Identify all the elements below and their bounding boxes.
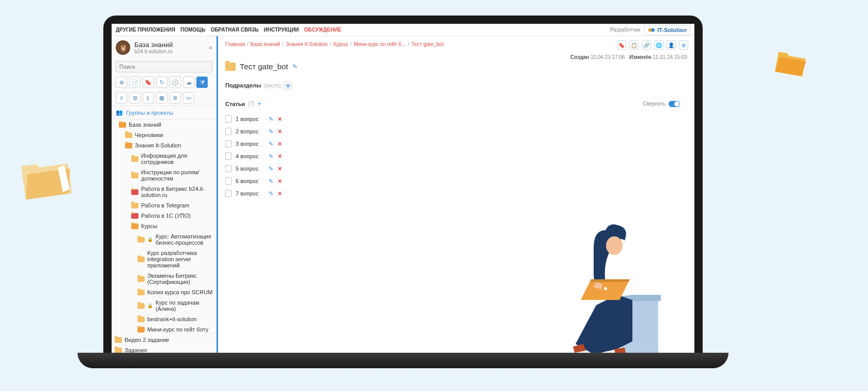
brand-badge[interactable]: IT-Solution bbox=[644, 25, 690, 35]
doc-view-icon[interactable]: 🗎 bbox=[169, 92, 181, 103]
tree-item[interactable]: Видео 2 задание bbox=[112, 335, 216, 345]
tree-item[interactable]: Курсы bbox=[112, 221, 216, 231]
delete-article-icon[interactable]: ✕ bbox=[277, 128, 282, 135]
folder-icon bbox=[131, 173, 138, 178]
folder-icon bbox=[225, 63, 236, 71]
edit-title-icon[interactable]: ✎ bbox=[292, 63, 298, 70]
topnav-item[interactable]: ОБСУЖДЕНИЕ bbox=[304, 27, 342, 33]
lock-icon: 🔒 bbox=[147, 303, 153, 308]
list-icon[interactable]: ≡ bbox=[116, 92, 127, 103]
filter-icon[interactable]: ⧩ bbox=[196, 77, 208, 88]
tree-item[interactable]: Работа в 1С (УПО) bbox=[112, 210, 216, 221]
article-name[interactable]: 7 вопрос bbox=[236, 190, 265, 197]
topnav-item[interactable]: ИНСТРУКЦИИ bbox=[264, 27, 299, 33]
link-action-icon[interactable]: 🔗 bbox=[642, 40, 651, 50]
tree-item-label: Информация для сотрудников bbox=[141, 153, 213, 165]
decorative-folder bbox=[18, 157, 74, 202]
user-action-icon[interactable]: 👤 bbox=[667, 40, 676, 50]
illustration-woman-laptop bbox=[545, 212, 679, 357]
edit-article-icon[interactable]: ✎ bbox=[269, 141, 273, 147]
tree-item[interactable]: Работа в Битрикс b24.it-solution.ru bbox=[112, 184, 216, 200]
delete-article-icon[interactable]: ✕ bbox=[277, 166, 282, 172]
article-name[interactable]: 1 вопрос bbox=[236, 116, 265, 122]
breadcrumb-item[interactable]: Тест gate_bot bbox=[411, 41, 443, 47]
folder-icon bbox=[137, 317, 145, 322]
breadcrumb-item[interactable]: Главная bbox=[225, 41, 245, 47]
topnav-item[interactable]: ОБРАТНАЯ СВЯЗЬ bbox=[211, 27, 259, 33]
delete-article-icon[interactable]: ✕ bbox=[277, 116, 282, 123]
collapse-sidebar-icon[interactable]: « bbox=[209, 44, 212, 51]
tree-item[interactable]: Информация для сотрудников bbox=[112, 151, 216, 167]
svg-point-1 bbox=[651, 28, 655, 32]
article-row: 6 вопрос✎✕ bbox=[225, 175, 687, 187]
copy-action-icon[interactable]: 📋 bbox=[629, 40, 639, 50]
tree-item-label: Курс по задачам (Алина) bbox=[156, 299, 213, 312]
meta-info: Создан 10.04.23 17:06 Изменён 11.01.24 1… bbox=[225, 54, 687, 60]
developer-link[interactable]: Разработчик bbox=[610, 27, 640, 33]
tree-item-label: Курсы bbox=[141, 223, 157, 229]
delete-article-icon[interactable]: ✕ bbox=[277, 178, 282, 185]
tree-item-label: Работа в 1С (УПО) bbox=[141, 213, 191, 219]
share-action-icon[interactable]: ⊕ bbox=[679, 40, 688, 50]
edit-article-icon[interactable]: ✎ bbox=[269, 190, 273, 197]
folder-icon bbox=[131, 203, 138, 208]
folder-tree: База знанийЧерновикиЗнания It-SolutionИн… bbox=[112, 119, 216, 357]
article-name[interactable]: 5 вопрос bbox=[236, 166, 265, 172]
tree-item-label: Курс: Автоматизация бизнес-процессов bbox=[156, 233, 213, 246]
article-name[interactable]: 6 вопрос bbox=[236, 178, 265, 184]
new-doc-icon[interactable]: 📄 bbox=[129, 77, 141, 88]
tree-item[interactable]: Мини-курс по гейт боту bbox=[112, 324, 216, 335]
brand-logo-icon bbox=[648, 26, 655, 34]
groups-projects-button[interactable]: 👥 Группы и проекты bbox=[112, 106, 216, 119]
decorative-folder bbox=[773, 49, 808, 79]
add-subsection-button[interactable]: ⊕ bbox=[284, 81, 292, 89]
table-icon[interactable]: ▦ bbox=[156, 92, 167, 103]
bookmark-icon[interactable]: 🔖 bbox=[143, 77, 154, 88]
tree-item[interactable]: Знания It-Solution bbox=[112, 140, 216, 151]
chart-icon[interactable]: ⫿ bbox=[143, 92, 154, 103]
tree-item[interactable]: Работа в Telegram bbox=[112, 200, 216, 210]
edit-article-icon[interactable]: ✎ bbox=[269, 153, 273, 160]
article-name[interactable]: 2 вопрос bbox=[236, 128, 265, 134]
add-article-button[interactable]: + bbox=[258, 100, 262, 108]
topnav-item[interactable]: ДРУГИЕ ПРИЛОЖЕНИЯ bbox=[116, 27, 175, 33]
edit-article-icon[interactable]: ✎ bbox=[269, 166, 273, 172]
collapse-toggle[interactable] bbox=[669, 101, 680, 107]
cloud-icon[interactable]: ☁ bbox=[183, 77, 194, 88]
tree-item[interactable]: 🔒Курс: Автоматизация бизнес-процессов bbox=[112, 231, 216, 248]
history-icon[interactable]: ↻ bbox=[156, 77, 167, 88]
edit-article-icon[interactable]: ✎ bbox=[269, 128, 273, 135]
tree-item[interactable]: 🔒Курс по задачам (Алина) bbox=[112, 297, 216, 314]
breadcrumb-item[interactable]: Знания It-Solution bbox=[286, 41, 328, 47]
breadcrumb-item[interactable]: База знаний bbox=[251, 41, 280, 47]
folder-icon bbox=[125, 132, 132, 138]
document-icon bbox=[225, 190, 231, 197]
article-name[interactable]: 4 вопрос bbox=[236, 153, 265, 159]
tree-item[interactable]: bestrank+it-solution bbox=[112, 314, 216, 324]
tree-item[interactable]: Экзамены Битрикс (Сертификация) bbox=[112, 270, 216, 287]
tree-item-label: Мини-курс по гейт боту bbox=[147, 326, 208, 333]
globe-action-icon[interactable]: 🌐 bbox=[654, 40, 663, 50]
tree-item[interactable]: Инструкции по ролям/должностям bbox=[112, 167, 216, 184]
edit-article-icon[interactable]: ✎ bbox=[269, 178, 273, 185]
tree-item[interactable]: База знаний bbox=[112, 119, 216, 130]
search-input[interactable] bbox=[116, 61, 212, 72]
tree-item[interactable]: Курс разработчика integration server при… bbox=[112, 248, 216, 270]
delete-article-icon[interactable]: ✕ bbox=[277, 190, 282, 197]
delete-article-icon[interactable]: ✕ bbox=[277, 141, 282, 147]
bookmark-action-icon[interactable]: 🔖 bbox=[617, 40, 626, 50]
topnav-item[interactable]: ПОМОЩЬ bbox=[180, 27, 205, 33]
breadcrumb-item[interactable]: Мини-курс по гейт б... bbox=[353, 41, 406, 47]
main-content: Главная/База знаний/Знания It-Solution/К… bbox=[218, 36, 694, 357]
sidebar-subtitle: b24.it-solution.ru bbox=[134, 49, 173, 54]
tree-item[interactable]: Копия курса про SCRUM bbox=[112, 287, 216, 297]
new-folder-icon[interactable]: ⊕ bbox=[116, 77, 127, 88]
card-icon[interactable]: ▭ bbox=[183, 92, 194, 103]
delete-article-icon[interactable]: ✕ bbox=[277, 153, 282, 160]
grid-icon[interactable]: ⊞ bbox=[129, 92, 141, 103]
edit-article-icon[interactable]: ✎ bbox=[269, 116, 273, 123]
clock-icon[interactable]: 🕓 bbox=[169, 77, 181, 88]
breadcrumb-item[interactable]: Курсы bbox=[333, 41, 348, 47]
article-name[interactable]: 3 вопрос bbox=[236, 141, 265, 147]
tree-item[interactable]: Черновики bbox=[112, 130, 216, 140]
